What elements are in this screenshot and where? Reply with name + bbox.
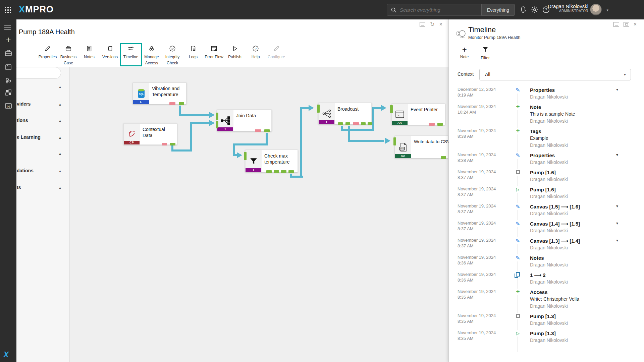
- timeline-entry[interactable]: November 19, 20248:38 AM✎PropertiesDraga…: [449, 152, 644, 166]
- collapse-caret-icon[interactable]: ▴: [59, 151, 61, 156]
- output-port[interactable]: [281, 170, 286, 173]
- refresh-icon[interactable]: ↻: [430, 22, 434, 27]
- timeline-entry[interactable]: November 19, 20248:36 AM1 ⟶ 2Dragan Niko…: [449, 272, 644, 286]
- node-vibration-temperature[interactable]: SQL Vibration and Temperature L: [133, 82, 186, 104]
- stream-canvas[interactable]: SQL Vibration and Temperature L Contextu…: [70, 67, 448, 362]
- node-join-data[interactable]: Join Data T: [217, 110, 272, 131]
- collapse-caret-icon[interactable]: ▴: [59, 118, 61, 123]
- toolbar-publish[interactable]: Publish: [224, 44, 245, 66]
- output-port[interactable]: [437, 123, 443, 126]
- timeline-entry[interactable]: December 12, 20248:19 AM✎PropertiesDraga…: [449, 86, 644, 101]
- collapse-caret-icon[interactable]: ▴: [59, 102, 61, 107]
- x-brand-logo[interactable]: X: [3, 350, 9, 359]
- toolbar-help[interactable]: ? Help: [245, 44, 266, 66]
- menu-hamburger-icon[interactable]: [4, 23, 12, 32]
- close-icon[interactable]: ×: [439, 22, 442, 27]
- output-port[interactable]: [255, 129, 261, 132]
- toolbox-section[interactable]: viders▴: [16, 101, 70, 108]
- services-gears-icon[interactable]: [4, 76, 12, 84]
- output-port[interactable]: [274, 170, 279, 173]
- toolbar-error-flow[interactable]: Error Flow: [204, 44, 224, 66]
- toolbox-section[interactable]: dations▴: [16, 168, 70, 175]
- output-port[interactable]: [345, 122, 350, 125]
- output-port[interactable]: [179, 102, 184, 105]
- toolbar-logs[interactable]: Logs: [183, 44, 204, 66]
- timeline-entry[interactable]: November 19, 202410:24 AM+NoteThis is a …: [449, 104, 644, 125]
- notifications-bell-icon[interactable]: [519, 6, 527, 14]
- toolbox-section[interactable]: ▴: [16, 150, 70, 157]
- toolbox-section[interactable]: tions▴: [16, 118, 70, 124]
- toolbox-section[interactable]: ts▴: [16, 185, 70, 191]
- input-port[interactable]: [317, 105, 320, 113]
- timeline-entry[interactable]: November 19, 20248:35 AM+AccessWrite: Ch…: [449, 289, 644, 310]
- output-port[interactable]: [266, 170, 272, 173]
- timeline-entry[interactable]: November 19, 20248:37 AM✎Canvas [1.5] ⟶ …: [449, 203, 644, 217]
- output-port[interactable]: [169, 102, 175, 105]
- toolbar-manage-access[interactable]: Manage Access: [141, 44, 162, 66]
- timeline-entry[interactable]: November 19, 20248:36 AM✎NotesDragan Nik…: [449, 254, 644, 268]
- entry-expand-caret[interactable]: ▾: [616, 238, 618, 243]
- entry-expand-caret[interactable]: ▾: [616, 204, 618, 208]
- input-port[interactable]: [393, 137, 396, 145]
- collapse-caret-icon[interactable]: ▴: [59, 169, 61, 173]
- output-port[interactable]: [162, 143, 167, 145]
- toolbar-business-case[interactable]: Business Case: [58, 44, 79, 66]
- settings-gear-icon[interactable]: [531, 6, 539, 14]
- toolbar-integrity-check[interactable]: Integrity Check: [162, 44, 183, 66]
- node-broadcast[interactable]: Broadcast T: [318, 103, 372, 124]
- node-contextual-data[interactable]: Contextual Data CP: [123, 123, 177, 145]
- user-avatar[interactable]: [590, 4, 602, 15]
- input-port[interactable]: [390, 105, 393, 113]
- minimize-icon[interactable]: [613, 22, 619, 27]
- output-port[interactable]: [264, 129, 270, 132]
- output-port[interactable]: [368, 122, 372, 125]
- timeline-entry[interactable]: November 19, 20248:37 AMPump [1.6]Dragan…: [449, 169, 644, 183]
- collapse-caret-icon[interactable]: ▴: [59, 84, 61, 89]
- output-port[interactable]: [353, 122, 359, 125]
- entry-expand-caret[interactable]: ▾: [616, 221, 618, 226]
- context-dropdown[interactable]: All ▾: [479, 69, 631, 80]
- toolbar-notes[interactable]: Notes: [79, 44, 100, 66]
- archive-box-icon[interactable]: [4, 63, 12, 71]
- input-port[interactable]: [216, 113, 218, 120]
- input-port[interactable]: [244, 152, 247, 160]
- output-port[interactable]: [288, 170, 294, 173]
- filter-button[interactable]: Filter: [481, 46, 490, 61]
- node-check-max-temperature[interactable]: Check max temperature T: [245, 150, 298, 172]
- output-port[interactable]: [170, 143, 175, 145]
- add-note-button[interactable]: + Note: [460, 46, 469, 61]
- toolbar-configure[interactable]: Configure: [266, 44, 287, 66]
- output-port[interactable]: [338, 122, 343, 125]
- restore-icon[interactable]: [624, 22, 629, 27]
- toolbar-properties[interactable]: Properties: [37, 44, 58, 66]
- timeline-entry[interactable]: November 19, 20248:35 AM▷Pump [1.3]Draga…: [449, 330, 644, 344]
- variables-icon[interactable]: [x]: [4, 102, 12, 110]
- user-menu[interactable]: Dragan Nikolovski ADMINISTRATOR: [548, 3, 588, 13]
- minimize-icon[interactable]: [420, 22, 425, 27]
- apps-blocks-icon[interactable]: [4, 88, 12, 97]
- apps-grid-icon[interactable]: [5, 7, 11, 13]
- node-event-printer[interactable]: >_ Event Printer AA: [391, 104, 445, 125]
- timeline-entry[interactable]: November 19, 20248:38 AM+TagsExampleDrag…: [449, 128, 644, 149]
- toolbar-versions[interactable]: Versions: [100, 44, 120, 66]
- timeline-entry[interactable]: November 19, 20248:37 AM✎Canvas [1.3] ⟶ …: [449, 237, 644, 251]
- entry-expand-caret[interactable]: ▾: [616, 87, 618, 92]
- input-port[interactable]: [216, 121, 218, 128]
- toolbox-icon[interactable]: [4, 49, 12, 57]
- collapse-caret-icon[interactable]: ▴: [59, 185, 61, 190]
- node-write-data-to-csv[interactable]: CSV Write data to CSV AA: [395, 136, 448, 158]
- close-icon[interactable]: ×: [634, 22, 637, 27]
- search-input[interactable]: [400, 7, 481, 13]
- timeline-entry[interactable]: November 19, 20248:37 AM✎Canvas [1.4] ⟶ …: [449, 220, 644, 234]
- output-port[interactable]: [361, 122, 366, 125]
- toolbox-section[interactable]: e Learning▴: [16, 134, 70, 141]
- output-port[interactable]: [441, 156, 446, 159]
- xmpro-logo[interactable]: XMPRO: [19, 4, 54, 15]
- toolbox-search-input[interactable]: [16, 67, 61, 79]
- user-caret-icon[interactable]: ▾: [606, 8, 608, 12]
- search-scope-button[interactable]: Everything: [481, 4, 515, 16]
- output-port[interactable]: [429, 123, 435, 126]
- collapse-caret-icon[interactable]: ▴: [59, 135, 61, 140]
- timeline-entry[interactable]: November 19, 20248:37 AM▷Pump [1.6]Draga…: [449, 186, 644, 200]
- toolbar-timeline[interactable]: Timeline: [120, 44, 141, 66]
